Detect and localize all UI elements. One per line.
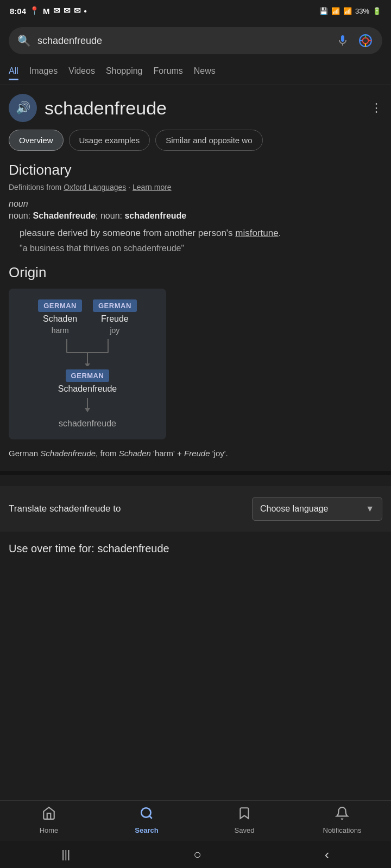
nav-home[interactable]: Home	[27, 806, 71, 834]
system-nav: ||| ○ ‹	[0, 841, 391, 868]
battery-text: 33%	[355, 7, 369, 15]
voice-search-button[interactable]	[335, 33, 351, 49]
inbox-icon: ✉	[53, 6, 60, 16]
wifi-icon: 📶	[331, 7, 340, 15]
status-right: 💾 📶 📶 33% 🔋	[319, 7, 381, 15]
origin-final-arrow	[20, 398, 155, 414]
nav-search[interactable]: Search	[125, 806, 168, 834]
origin-connector	[20, 339, 155, 366]
origin-word-schaden: Schaden	[43, 314, 77, 324]
inbox2-icon: ✉	[64, 6, 71, 16]
saved-icon	[237, 806, 251, 824]
location-icon: 📍	[29, 6, 40, 16]
origin-section: Origin GERMAN Schaden harm GERMAN Freude…	[9, 264, 382, 460]
language-dropdown-text: Choose language	[260, 504, 328, 514]
translate-section: Translate schadenfreude to Choose langua…	[0, 486, 391, 532]
nav-saved[interactable]: Saved	[223, 806, 266, 834]
search-icon: 🔍	[17, 34, 31, 47]
dictionary-title: Dictionary	[9, 162, 382, 178]
origin-title: Origin	[9, 264, 382, 281]
signal-icon: 📶	[343, 7, 352, 15]
google-lens-button[interactable]	[357, 33, 374, 49]
origin-word-schadenfreude: Schadenfreude	[58, 384, 117, 394]
dot-icon: •	[84, 7, 87, 16]
noun-bold-2: schadenfreude	[124, 211, 186, 220]
audio-button[interactable]: 🔊	[9, 94, 37, 122]
filter-tabs: All Images Videos Shopping Forums News	[0, 60, 391, 85]
status-left: 8:04 📍 M ✉ ✉ ✉ •	[10, 6, 87, 16]
nav-search-label: Search	[135, 826, 158, 834]
definition-text: pleasure derived by someone from another…	[20, 226, 382, 240]
search-bar-container: 🔍 schadenfreude	[0, 22, 391, 60]
main-content: 🔊 schadenfreude ⋮ Overview Usage example…	[0, 85, 391, 564]
nav-saved-label: Saved	[235, 826, 255, 834]
section-divider	[0, 471, 391, 475]
word-header: 🔊 schadenfreude ⋮	[9, 94, 382, 122]
home-button[interactable]: ○	[193, 847, 201, 862]
origin-final-word: schadenfreude	[20, 419, 155, 429]
tab-images[interactable]: Images	[29, 64, 58, 80]
origin-diagram: GERMAN Schaden harm GERMAN Freude joy	[9, 289, 166, 439]
tab-videos[interactable]: Videos	[68, 64, 95, 80]
sd-icon: 💾	[319, 7, 328, 15]
svg-line-10	[149, 816, 152, 819]
definition-quote: "a business that thrives on schadenfreud…	[20, 244, 382, 253]
part-of-speech: noun	[9, 199, 382, 209]
use-over-time-section: Use over time for: schadenfreude	[0, 532, 391, 555]
misfortune-link[interactable]: misfortune	[235, 228, 278, 238]
nav-home-label: Home	[40, 826, 59, 834]
chip-usage-examples[interactable]: Usage examples	[69, 130, 150, 151]
origin-col-schaden: GERMAN Schaden harm	[38, 299, 82, 335]
nav-notifications-label: Notifications	[323, 826, 362, 834]
more-options-button[interactable]: ⋮	[370, 101, 382, 115]
oxford-link[interactable]: Oxford Languages	[64, 183, 126, 192]
battery-icon: 🔋	[373, 7, 381, 15]
origin-box-freude-label: GERMAN	[93, 299, 137, 312]
noun-bold-1: Schadenfreude	[33, 211, 96, 220]
definitions-source: Definitions from Oxford Languages · Lear…	[9, 183, 382, 192]
nav-notifications[interactable]: Notifications	[320, 806, 364, 834]
home-icon	[42, 806, 56, 824]
status-time: 8:04	[10, 7, 26, 16]
origin-meaning-freude: joy	[110, 326, 119, 335]
tab-forums[interactable]: Forums	[154, 64, 183, 80]
search-query[interactable]: schadenfreude	[37, 35, 328, 47]
gmail-icon: M	[43, 7, 50, 16]
origin-text: German Schadenfreude, from Schaden 'harm…	[9, 447, 382, 460]
origin-box-schadenfreude-label: GERMAN	[66, 369, 110, 382]
chevron-down-icon: ▼	[365, 504, 374, 514]
chip-similar-opposite[interactable]: Similar and opposite wo	[155, 130, 262, 151]
origin-box-schaden-label: GERMAN	[38, 299, 82, 312]
recents-button[interactable]: |||	[62, 848, 71, 861]
origin-col-freude: GERMAN Freude joy	[93, 299, 137, 335]
noun-line: noun: Schadenfreude; noun: schadenfreude	[9, 211, 382, 221]
learn-more-link[interactable]: Learn more	[133, 183, 172, 192]
origin-center-box: GERMAN Schadenfreude	[20, 369, 155, 394]
tab-news[interactable]: News	[194, 64, 216, 80]
inbox3-icon: ✉	[74, 6, 81, 16]
origin-word-freude: Freude	[101, 314, 129, 324]
svg-point-9	[141, 808, 150, 817]
search-nav-icon	[140, 806, 154, 824]
svg-point-1	[363, 38, 369, 44]
tab-shopping[interactable]: Shopping	[106, 64, 143, 80]
svg-marker-8	[85, 408, 90, 412]
dictionary-section: Dictionary Definitions from Oxford Langu…	[9, 162, 382, 253]
status-bar: 8:04 📍 M ✉ ✉ ✉ • 💾 📶 📶 33% 🔋	[0, 0, 391, 22]
origin-top-row: GERMAN Schaden harm GERMAN Freude joy	[20, 299, 155, 335]
speaker-icon: 🔊	[16, 101, 30, 115]
bottom-nav: Home Search Saved Notifications	[0, 800, 391, 841]
svg-marker-6	[85, 363, 90, 366]
chips-row: Overview Usage examples Similar and oppo…	[9, 130, 382, 151]
language-dropdown[interactable]: Choose language ▼	[252, 497, 382, 521]
notifications-icon	[335, 806, 349, 824]
tab-all[interactable]: All	[9, 64, 18, 80]
translate-label: Translate schadenfreude to	[9, 503, 121, 514]
word-title: schadenfreude	[45, 98, 167, 119]
chip-overview[interactable]: Overview	[9, 130, 64, 151]
origin-meaning-schaden: harm	[52, 326, 69, 335]
search-bar[interactable]: 🔍 schadenfreude	[9, 27, 382, 54]
word-header-left: 🔊 schadenfreude	[9, 94, 167, 122]
use-over-time-title: Use over time for: schadenfreude	[9, 542, 382, 555]
back-button[interactable]: ‹	[325, 846, 330, 863]
